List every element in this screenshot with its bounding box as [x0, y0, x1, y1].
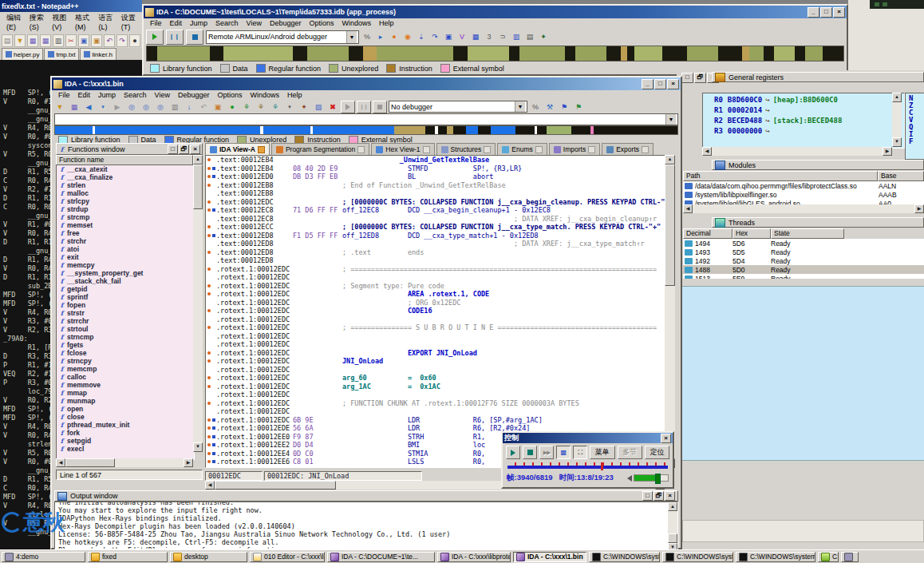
function-list-item[interactable]: f strdup [57, 205, 194, 213]
anchor-icon[interactable]: ✦ [538, 32, 549, 42]
func-create-icon[interactable]: ⚘ [240, 101, 253, 113]
listing-vscrollbar[interactable]: ▲ ▼ [665, 155, 675, 471]
maximize-icon[interactable]: □ [168, 145, 178, 154]
taskbar-button[interactable]: C:\WINDOWS\system3... [662, 552, 733, 562]
listing-line[interactable]: .rotext.1:00012EDC ; ORG 0x12EDC [206, 299, 665, 307]
new-file-icon[interactable]: ▤ [2, 34, 13, 47]
paste-icon[interactable]: ▣ [91, 34, 102, 47]
menu-item[interactable]: 编辑(E) [2, 12, 26, 32]
command-combobox[interactable]: ▼ [54, 113, 678, 125]
menu-item[interactable]: View [243, 18, 266, 28]
listing-line[interactable]: .rotext.1:00012EDC JNI_OnLoad [206, 357, 665, 366]
memory-view-empty[interactable] [677, 286, 924, 461]
menu-item[interactable]: Edit [74, 90, 95, 100]
snapshot-icon[interactable]: ▣ [211, 101, 224, 113]
options-icon[interactable]: % [529, 101, 542, 113]
menu-item[interactable]: Windows [338, 18, 376, 28]
chevron-down-icon[interactable]: ▼ [665, 114, 676, 125]
save-all-icon[interactable]: ▦ [40, 34, 51, 47]
undo-icon[interactable]: ↶ [104, 34, 115, 47]
thread-row[interactable]: 1494 5D6 Ready [683, 239, 924, 248]
volume-thumb[interactable] [655, 474, 661, 484]
modules-list[interactable]: /data/data/com.qihoo.permmgr/files/libpr… [683, 181, 924, 204]
listing-line[interactable]: .rotext.1:00012EDC ; FUNCTION CHUNK AT .… [206, 399, 665, 408]
registers-view[interactable]: R0B8D600C0↪[heap]:B8D600C0 R100002014↪ R… [702, 93, 905, 149]
find-icon[interactable]: ● [129, 34, 140, 47]
menu-item[interactable]: Options [305, 18, 338, 28]
function-list-item[interactable]: f mmap [57, 389, 194, 397]
step-over-icon[interactable]: ↷ [429, 32, 440, 42]
stop-button[interactable] [523, 446, 537, 459]
minimize-icon[interactable]: _ [642, 79, 654, 89]
flag-green-icon[interactable]: ⚑ [572, 101, 585, 113]
listing-line[interactable]: .rotext.1:00012EDC [206, 315, 665, 324]
threads-view-icon[interactable]: 3 [484, 32, 495, 42]
close-icon[interactable]: × [665, 491, 675, 501]
menu-item[interactable]: 设置(T) [117, 12, 140, 32]
listing-line[interactable]: .text:00012ED0 DB D3 FF EB BL abort [206, 172, 665, 181]
threads-hex-header[interactable]: Hex [732, 228, 771, 239]
restore-icon[interactable]: 🗗 [694, 73, 706, 83]
tab-box-icon[interactable] [258, 146, 265, 153]
slider-thumb[interactable] [601, 462, 603, 470]
run-to-cursor-icon[interactable]: ▸ [375, 32, 386, 42]
function-list-item[interactable]: f __cxa_finalize [57, 173, 194, 181]
close-icon[interactable]: × [661, 434, 671, 443]
view-tab[interactable]: IDA View-A [205, 143, 270, 155]
function-list-item[interactable]: f pthread_mutex_init [57, 421, 194, 429]
locate-button[interactable]: 定位 [645, 446, 669, 459]
flag-letter[interactable]: F [909, 138, 924, 145]
listing-line[interactable]: .rotext.1:00012EDC arg_1AC = 0x1AC [206, 383, 665, 391]
tab-box-icon[interactable] [535, 146, 543, 153]
function-list-item[interactable]: f close [57, 413, 194, 421]
threads-decimal-header[interactable]: Decimal [683, 228, 732, 239]
menu-item[interactable]: Debugger [174, 90, 214, 100]
function-list-item[interactable]: f strcmp [57, 213, 194, 221]
functions-window-caption[interactable]: f Functions window □ 🗗 × [56, 143, 203, 155]
menu-item[interactable]: 格式(M) [71, 12, 95, 32]
listing-line[interactable]: .rotext.1:00012EDC [206, 366, 665, 375]
fast-forward-button[interactable]: ▶▶ [539, 446, 554, 459]
menu-item[interactable]: Edit [166, 18, 187, 28]
forward-icon[interactable]: ▶ [111, 101, 124, 113]
modules-path-header[interactable]: Path [683, 171, 878, 181]
play-button[interactable] [506, 446, 520, 459]
listing-line[interactable]: .rotext.1:00012EDC [206, 273, 665, 282]
function-list-item[interactable]: f memset [57, 221, 194, 229]
listing-line[interactable]: .text:00012EB4 08 40 2D E9 STMFD SP!, {R… [206, 165, 665, 173]
threads-list[interactable]: 1494 5D6 Ready 1493 5D5 Ready 1492 5D4 R… [683, 239, 924, 279]
register-row[interactable]: R2BECED488↪[stack]:BECED488 [714, 116, 904, 126]
menu-item[interactable]: Options [213, 90, 246, 100]
output-vscrollbar[interactable]: ▲ ▼ [668, 502, 677, 547]
debugger-selector[interactable]: No debugger ▼ [389, 101, 527, 113]
threads-state-header[interactable]: State [771, 228, 844, 239]
save-icon[interactable]: ▦ [68, 101, 81, 113]
jump-name-icon[interactable]: ◎ [125, 101, 138, 113]
listing-line[interactable]: .rotext.1:00012EDC [206, 391, 665, 399]
navigation-band[interactable] [146, 46, 844, 61]
func-drop-icon[interactable]: ▼ [283, 101, 296, 113]
trace-icon[interactable]: ▤ [524, 32, 535, 42]
taskbar-button[interactable]: IDA - C:\DOCUME~1\te... [327, 552, 435, 562]
stop-process-button[interactable] [186, 30, 203, 45]
function-list-item[interactable]: f strstr [57, 309, 194, 317]
function-list-item[interactable]: f memcmp [57, 365, 194, 373]
menu-item[interactable]: 视图(V) [48, 12, 71, 32]
pause-process-button[interactable]: ❙❙ [166, 30, 184, 45]
open-file-icon[interactable]: ▼ [53, 101, 66, 113]
listing-line[interactable]: .text:00012EB4 _Unwind_GetTextRelBase [206, 156, 665, 165]
menu-item[interactable]: Help [283, 90, 306, 100]
taskbar-button[interactable]: IDA - C:\xxx\libprotect... [437, 552, 511, 562]
function-list-item[interactable]: f sprintf [57, 293, 194, 301]
maximize-icon[interactable]: □ [654, 79, 666, 89]
module-row[interactable]: /system/lib/libpixelflinger.so AAAB [683, 190, 924, 199]
chevron-down-icon[interactable]: ▼ [515, 101, 525, 112]
function-list-item[interactable]: f fgets [57, 341, 194, 349]
restore-icon[interactable]: 🗗 [654, 491, 664, 501]
listing-line[interactable]: .rotext.1:00012EDC AREA .rotext.1, CODE [206, 290, 665, 299]
listing-line[interactable]: .text:00012EB8 [206, 189, 665, 198]
function-list-item[interactable]: f strlen [57, 181, 194, 189]
listing-line[interactable]: .text:00012ED8 ; DATA XREF: j__cxa_type_… [206, 240, 665, 248]
cancel-analysis-icon[interactable]: ✖ [326, 101, 339, 113]
menu-item[interactable]: Help [375, 18, 398, 28]
